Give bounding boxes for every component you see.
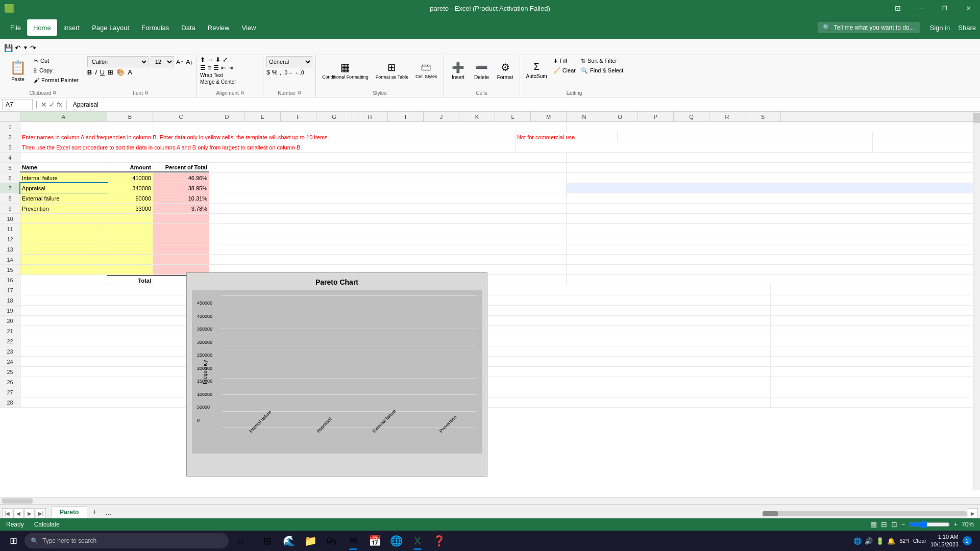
cell-a10[interactable]	[20, 214, 107, 223]
cell-a2[interactable]: Enter names in column A and frequencies …	[20, 132, 516, 142]
menu-data[interactable]: Data	[175, 19, 201, 36]
delete-btn[interactable]: ➖ Delete	[471, 56, 493, 85]
network-icon[interactable]: 🌐	[853, 537, 862, 545]
col-b[interactable]: B	[107, 112, 153, 121]
cell-b11[interactable]	[107, 224, 153, 234]
cell-b13[interactable]	[107, 244, 153, 254]
cell-i2[interactable]: Not for commercial use.	[516, 132, 618, 142]
col-k[interactable]: K	[459, 112, 495, 121]
autosum-btn[interactable]: Σ AutoSum	[523, 56, 550, 85]
cell-c11[interactable]	[153, 224, 209, 234]
taskbar-clock[interactable]: 1:10 AM 10/15/2023	[930, 533, 959, 549]
cell-c12[interactable]	[153, 234, 209, 244]
notification-icon[interactable]: 🔔	[887, 537, 895, 545]
clipboard-launcher-icon[interactable]: ⧉	[53, 90, 56, 96]
font-name-select[interactable]: Calibri	[87, 56, 149, 67]
taskbar-app-taskview[interactable]: ⊞	[257, 531, 278, 551]
taskbar-search[interactable]: 🔍 Type here to search	[24, 533, 229, 548]
menu-view[interactable]: View	[235, 19, 262, 36]
window-maximize-btn[interactable]: ❐	[933, 0, 957, 16]
decrease-decimal-btn[interactable]: ←.0	[295, 70, 304, 76]
confirm-formula-icon[interactable]: ✓	[49, 101, 55, 109]
taskbar-app-mail[interactable]: ✉	[343, 531, 363, 551]
save-icon[interactable]: 💾	[4, 44, 13, 52]
scrollbar-thumb-h[interactable]	[2, 498, 33, 504]
cell-b6[interactable]: 410000	[107, 173, 153, 183]
taskbar-app-excel[interactable]: X	[407, 531, 428, 551]
find-select-btn[interactable]: 🔍 Find & Select	[579, 66, 625, 75]
cell-b10[interactable]	[107, 214, 153, 223]
cell-c10[interactable]	[153, 214, 209, 223]
scrollbar-thumb-v[interactable]	[973, 113, 980, 123]
cell-c13[interactable]	[153, 244, 209, 254]
cell-a13[interactable]	[20, 244, 107, 254]
increase-font-icon[interactable]: A↑	[176, 58, 184, 66]
cell-a1[interactable]	[20, 122, 107, 132]
bold-button[interactable]: B	[87, 68, 92, 76]
format-as-table-btn[interactable]: ⊞ Format as Table	[373, 56, 411, 85]
cell-rest-13[interactable]	[209, 244, 567, 254]
menu-home[interactable]: Home	[27, 19, 57, 36]
menu-formulas[interactable]: Formulas	[135, 19, 175, 36]
cell-rest-6[interactable]	[209, 173, 567, 183]
col-p[interactable]: P	[638, 112, 674, 121]
cell-b14[interactable]	[107, 255, 153, 264]
cell-rest-8[interactable]	[209, 193, 567, 203]
col-j[interactable]: J	[424, 112, 459, 121]
wrap-text-button[interactable]: Wrap Text	[200, 72, 223, 78]
sort-filter-btn[interactable]: ⇅ Sort & Filter	[579, 56, 625, 65]
cell-b15[interactable]	[107, 265, 153, 274]
notification-badge[interactable]: 2	[963, 536, 972, 545]
cell-c6[interactable]: 46.96%	[153, 173, 209, 183]
col-n[interactable]: N	[567, 112, 602, 121]
currency-btn[interactable]: $	[266, 69, 270, 76]
cell-a15[interactable]	[20, 265, 107, 274]
cell-rest-4[interactable]	[107, 153, 567, 162]
zoom-in-btn[interactable]: +	[954, 521, 958, 528]
cell-a6[interactable]: Internal failure	[20, 173, 107, 183]
col-r[interactable]: R	[709, 112, 745, 121]
col-h[interactable]: H	[352, 112, 388, 121]
cell-rest-7[interactable]	[209, 183, 567, 193]
cell-a16[interactable]	[20, 275, 107, 285]
cell-a11[interactable]	[20, 224, 107, 234]
cell-rest-10[interactable]	[209, 214, 567, 223]
col-i[interactable]: I	[388, 112, 424, 121]
menu-insert[interactable]: Insert	[57, 19, 86, 36]
cell-rest-5[interactable]	[209, 163, 567, 172]
cell-c1[interactable]	[153, 122, 209, 132]
cell-b16[interactable]: Total	[107, 275, 153, 285]
col-e[interactable]: E	[245, 112, 281, 121]
window-close-btn[interactable]: ✕	[957, 0, 980, 16]
merge-center-button[interactable]: Merge & Center	[200, 79, 236, 85]
cell-a5[interactable]: Name	[20, 163, 107, 172]
number-format-select[interactable]: General	[266, 56, 312, 67]
col-m[interactable]: M	[531, 112, 567, 121]
cell-b8[interactable]: 90000	[107, 193, 153, 203]
decrease-indent-icon[interactable]: ⇤	[221, 64, 226, 71]
sheet-scrollbar[interactable]	[763, 511, 967, 516]
menu-review[interactable]: Review	[202, 19, 236, 36]
cell-a9[interactable]: Prevention	[20, 204, 107, 213]
cell-rest-9[interactable]	[209, 204, 567, 213]
taskbar-app-files[interactable]: 📁	[300, 531, 321, 551]
undo-icon[interactable]: ↶	[15, 44, 21, 52]
cell-rest-1[interactable]	[209, 122, 567, 132]
window-restore-btn[interactable]: ⊡	[886, 0, 910, 16]
page-layout-btn[interactable]: ⊟	[881, 520, 887, 529]
window-minimize-btn[interactable]: —	[910, 0, 933, 16]
cell-b5[interactable]: Amount	[107, 163, 153, 172]
add-sheet-btn[interactable]: +	[88, 507, 101, 517]
undo-dropdown-icon[interactable]: ▼	[23, 45, 28, 51]
col-s[interactable]: S	[745, 112, 781, 121]
sheet-tab-pareto[interactable]: Pareto	[51, 506, 87, 518]
copy-button[interactable]: ⎘ Copy	[32, 66, 81, 75]
horizontal-scrollbar[interactable]	[0, 497, 980, 504]
cell-rest-11[interactable]	[209, 224, 567, 234]
cell-rest-2[interactable]	[618, 132, 873, 142]
sheet-scroll-right-btn[interactable]: ▶	[968, 508, 978, 518]
sheet-nav-next[interactable]: ▶	[24, 508, 35, 518]
col-o[interactable]: O	[602, 112, 638, 121]
cell-b12[interactable]	[107, 234, 153, 244]
border-button[interactable]: ⊞	[108, 68, 113, 76]
